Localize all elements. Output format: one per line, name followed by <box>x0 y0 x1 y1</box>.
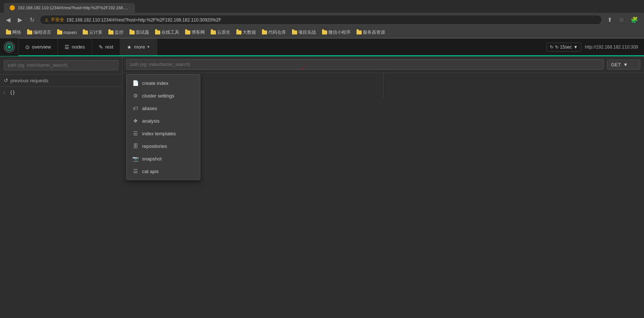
header-right: ↻ ↻ 15sec ▼ http://192.168.182.110:309 <box>546 43 644 52</box>
create-index-label: create index <box>142 80 168 86</box>
more-dropdown-menu: 📄 create index ⚙ cluster settings 🏷 alia… <box>126 74 200 180</box>
method-select[interactable]: GET ▼ <box>607 60 640 70</box>
line-number-1: 1 <box>3 90 6 95</box>
tab-title: 192.168.182.110:1234/#!/rest?host=http:%… <box>18 6 129 10</box>
bookmark-item[interactable]: 云计算 <box>80 29 105 36</box>
create-index-icon: 📄 <box>132 80 138 86</box>
logo-circle <box>4 42 15 53</box>
previous-requests-label: previous requests <box>10 78 49 83</box>
analysis-icon: ❖ <box>132 118 138 124</box>
overview-icon: ⊙ <box>25 44 30 50</box>
bookmark-folder-icon <box>236 30 242 34</box>
host-url-label: http://192.168.182.110:309 <box>585 44 638 50</box>
analysis-label: analysis <box>142 118 160 124</box>
app-logo <box>0 38 19 56</box>
index-templates-label: index templates <box>142 131 176 136</box>
index-templates-icon: ☰ <box>132 130 138 136</box>
bookmark-folder-icon <box>57 30 62 34</box>
bookmark-item[interactable]: 面试题 <box>127 29 151 36</box>
bookmark-folder-icon <box>27 30 32 34</box>
snapshot-label: snapshot <box>142 156 162 162</box>
refresh-button[interactable]: ↻ <box>27 16 37 24</box>
bookmark-item[interactable]: maven <box>55 29 79 36</box>
bookmark-item[interactable]: 编程语言 <box>25 29 53 36</box>
address-bar[interactable]: ⚠ 不安全 192.168.182.110:1234/#!/rest?host=… <box>40 15 602 25</box>
address-text: 192.168.182.110:1234/#!/rest?host=http:%… <box>66 17 221 23</box>
warning-text: 不安全 <box>51 17 64 23</box>
aliases-label: aliases <box>142 106 157 111</box>
bookmark-folder-icon <box>6 30 11 34</box>
bookmarks-bar: 网络编程语言maven云计算监控面试题在线工具博客网云原生大数据代码仓库项目实战… <box>0 27 644 38</box>
aliases-icon: 🏷 <box>132 105 138 111</box>
nav-item-more[interactable]: ★ more ▼ <box>120 39 157 55</box>
svg-point-1 <box>8 46 11 49</box>
snapshot-icon: 📷 <box>132 156 138 162</box>
repositories-label: repositories <box>142 143 167 149</box>
bookmark-folder-icon <box>155 30 160 34</box>
bookmark-folder-icon <box>185 30 190 34</box>
share-button[interactable]: ⬆ <box>605 16 614 24</box>
dropdown-item-create-index[interactable]: 📄 create index <box>126 77 200 89</box>
sidebar: ↺ previous requests 1 {} <box>0 56 122 98</box>
extensions-button[interactable]: 🧩 <box>628 16 640 24</box>
bookmark-item[interactable]: 项目实战 <box>290 29 318 36</box>
sidebar-content: 1 {} <box>0 87 122 98</box>
refresh-dropdown-icon: ▼ <box>574 44 578 50</box>
nodes-icon: ☰ <box>65 44 69 50</box>
cluster-settings-icon: ⚙ <box>132 93 138 99</box>
bookmark-button[interactable]: ☆ <box>617 16 626 24</box>
dropdown-item-index-templates[interactable]: ☰ index templates <box>126 127 200 140</box>
bookmark-folder-icon <box>322 30 327 34</box>
browser-tab[interactable]: 192.168.182.110:1234/#!/rest?host=http:%… <box>4 3 135 13</box>
rest-icon: ✎ <box>99 44 103 50</box>
refresh-interval-button[interactable]: ↻ ↻ 15sec ▼ <box>546 43 581 52</box>
refresh-icon: ↻ <box>550 44 553 50</box>
nav-overview-label: overview <box>32 44 51 50</box>
bookmark-item[interactable]: 网络 <box>4 29 23 36</box>
bookmark-folder-icon <box>262 30 267 34</box>
forward-button[interactable]: ▶ <box>16 16 24 24</box>
dropdown-item-snapshot[interactable]: 📷 snapshot <box>126 152 200 165</box>
bookmark-item[interactable]: 代码仓库 <box>260 29 288 36</box>
editor-area: GET ▼ <box>122 56 644 98</box>
nav-item-rest[interactable]: ✎ rest <box>92 39 121 55</box>
refresh-interval-label: ↻ 15sec <box>555 44 572 50</box>
cat-apis-icon: ☰ <box>132 168 138 174</box>
dropdown-item-cat-apis[interactable]: ☰ cat apis <box>126 165 200 178</box>
more-icon: ★ <box>127 44 132 50</box>
bookmark-item[interactable]: 大数据 <box>234 29 258 36</box>
more-dropdown-arrow: ▼ <box>147 45 150 49</box>
nav-rest-label: rest <box>105 44 114 50</box>
previous-requests-section: ↺ previous requests <box>0 74 122 87</box>
dropdown-item-repositories[interactable]: 🗄 repositories <box>126 140 200 152</box>
repositories-icon: 🗄 <box>132 143 138 149</box>
dropdown-item-analysis[interactable]: ❖ analysis <box>126 115 200 127</box>
path-search-input[interactable] <box>4 60 118 70</box>
path-input[interactable] <box>126 59 604 70</box>
bookmark-item[interactable]: 微信小程序 <box>320 29 353 36</box>
dropdown-item-aliases[interactable]: 🏷 aliases <box>126 102 200 115</box>
bookmark-folder-icon <box>356 30 362 34</box>
bookmark-item[interactable]: 服务器资源 <box>354 29 387 36</box>
history-icon: ↺ <box>4 77 8 83</box>
bookmark-folder-icon <box>108 30 114 34</box>
main-layout: ↺ previous requests 1 {} GET ▼ 📄 create … <box>0 56 644 98</box>
search-bar <box>0 56 122 74</box>
cat-apis-label: cat apis <box>142 169 159 174</box>
nav-item-overview[interactable]: ⊙ overview <box>19 39 58 55</box>
method-label: GET <box>611 62 621 67</box>
dropdown-item-cluster-settings[interactable]: ⚙ cluster settings <box>126 89 200 102</box>
nav-more-label: more ▼ <box>134 44 150 50</box>
bookmark-item[interactable]: 监控 <box>106 29 126 36</box>
cluster-settings-label: cluster settings <box>142 93 174 99</box>
nav-nodes-label: nodes <box>72 44 85 50</box>
editor-toolbar: GET ▼ <box>122 56 644 73</box>
back-button[interactable]: ◀ <box>4 16 13 24</box>
bookmark-item[interactable]: 云原生 <box>208 29 233 36</box>
bookmark-item[interactable]: 博客网 <box>183 29 207 36</box>
nav-item-nodes[interactable]: ☰ nodes <box>58 39 92 55</box>
editor-body <box>122 73 644 98</box>
response-pane <box>384 73 644 98</box>
tab-favicon <box>10 5 15 10</box>
bookmark-item[interactable]: 在线工具 <box>153 29 181 36</box>
